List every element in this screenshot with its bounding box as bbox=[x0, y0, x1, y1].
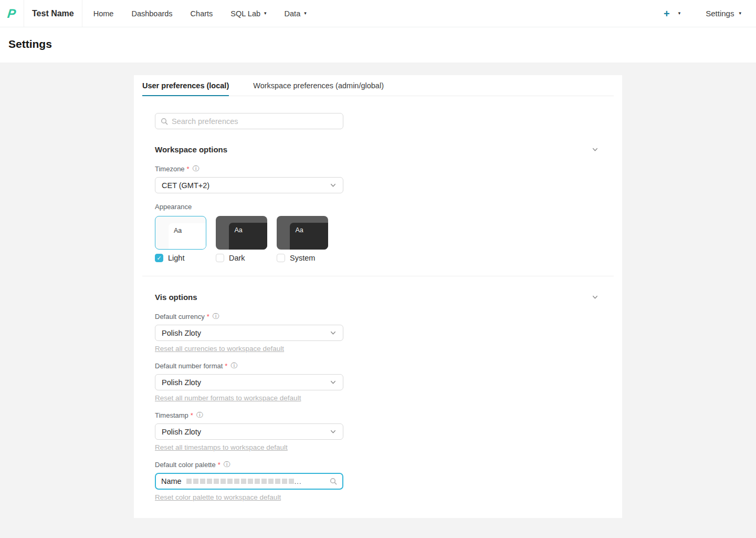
check-icon: ✓ bbox=[156, 255, 161, 261]
checkbox[interactable]: ✓ bbox=[277, 254, 285, 262]
nav-item-sql-lab[interactable]: SQL Lab ▾ bbox=[222, 0, 275, 27]
search-preferences-input[interactable]: Search preferences bbox=[155, 113, 343, 129]
palette-swatch bbox=[193, 479, 198, 484]
reset-color-palette-link[interactable]: Reset color palette to workspace default bbox=[155, 493, 281, 501]
navbar-right: + ▾ Settings ▾ bbox=[664, 0, 756, 27]
appearance-option-system: Aa ✓ System bbox=[277, 216, 328, 262]
timezone-label: Timezone * ⓘ bbox=[155, 165, 598, 173]
palette-swatch bbox=[261, 479, 267, 484]
reset-timestamps-link[interactable]: Reset all timestamps to workspace defaul… bbox=[155, 443, 288, 451]
info-icon: ⓘ bbox=[213, 313, 219, 320]
appearance-option-light: Aa ✓ Light bbox=[155, 216, 206, 262]
system-theme-checkbox-row[interactable]: ✓ System bbox=[277, 254, 328, 262]
palette-swatch bbox=[227, 479, 233, 484]
section-title: Workspace options bbox=[155, 145, 227, 154]
default-number-format-label: Default number format * ⓘ bbox=[155, 362, 598, 370]
theme-sample-text: Aa bbox=[229, 223, 267, 250]
palette-ellipsis: ... bbox=[295, 478, 302, 485]
color-palette-select[interactable]: Name ... bbox=[155, 473, 343, 490]
search-icon bbox=[161, 118, 168, 125]
collapse-chevron-icon[interactable] bbox=[592, 146, 598, 153]
settings-menu[interactable]: Settings ▾ bbox=[706, 9, 741, 18]
workspace-options-section: Search preferences Workspace options Tim… bbox=[134, 96, 622, 262]
default-currency-select[interactable]: Polish Zloty bbox=[155, 325, 343, 341]
default-color-palette-label: Default color palette * ⓘ bbox=[155, 461, 598, 469]
preferences-card: User preferences (local) Workspace prefe… bbox=[134, 75, 622, 518]
reset-number-formats-link[interactable]: Reset all number formats to workspace de… bbox=[155, 394, 301, 402]
required-asterisk: * bbox=[225, 362, 227, 370]
plus-icon: + bbox=[664, 8, 670, 19]
section-title: Vis options bbox=[155, 293, 197, 302]
palette-swatch bbox=[248, 479, 253, 484]
appearance-label: Appearance bbox=[155, 203, 598, 211]
preset-logo-icon: P bbox=[7, 7, 17, 20]
chevron-down-icon bbox=[330, 329, 337, 336]
caret-down-icon: ▾ bbox=[264, 11, 267, 16]
theme-sample-text: Aa bbox=[290, 223, 328, 250]
palette-swatch bbox=[275, 479, 280, 484]
info-icon: ⓘ bbox=[193, 165, 200, 172]
checkbox[interactable]: ✓ bbox=[155, 254, 163, 262]
checkbox[interactable]: ✓ bbox=[216, 254, 224, 262]
dark-theme-checkbox-row[interactable]: ✓ Dark bbox=[216, 254, 267, 262]
info-icon: ⓘ bbox=[224, 461, 230, 468]
timestamp-select[interactable]: Polish Zloty bbox=[155, 423, 343, 440]
required-asterisk: * bbox=[191, 411, 193, 419]
chevron-down-icon bbox=[330, 428, 337, 435]
page-title: Settings bbox=[8, 38, 748, 50]
page-header: Settings bbox=[0, 27, 756, 63]
default-currency-label: Default currency * ⓘ bbox=[155, 313, 598, 320]
caret-down-icon: ▾ bbox=[304, 11, 307, 16]
search-icon bbox=[330, 478, 337, 485]
light-theme-preview[interactable]: Aa bbox=[155, 216, 206, 250]
palette-swatch bbox=[282, 479, 287, 484]
palette-swatch bbox=[200, 479, 205, 484]
chevron-down-icon bbox=[330, 379, 337, 386]
palette-swatch bbox=[220, 479, 226, 484]
timezone-select[interactable]: CET (GMT+2) bbox=[155, 177, 343, 193]
workspace-options-header: Workspace options bbox=[155, 145, 598, 154]
palette-swatch bbox=[234, 479, 239, 484]
reset-currencies-link[interactable]: Reset all currencies to workspace defaul… bbox=[155, 345, 284, 353]
vis-options-header: Vis options bbox=[155, 293, 598, 302]
palette-swatch bbox=[207, 479, 212, 484]
preferences-tabbar: User preferences (local) Workspace prefe… bbox=[142, 75, 614, 96]
appearance-option-dark: Aa ✓ Dark bbox=[216, 216, 267, 262]
palette-swatch bbox=[255, 479, 260, 484]
search-placeholder: Search preferences bbox=[172, 117, 238, 126]
nav-item-charts[interactable]: Charts bbox=[182, 0, 222, 27]
default-number-format-select[interactable]: Polish Zloty bbox=[155, 374, 343, 390]
required-asterisk: * bbox=[187, 165, 190, 173]
main-nav: Home Dashboards Charts SQL Lab ▾ Data ▾ bbox=[85, 0, 316, 27]
new-item-menu[interactable]: + ▾ bbox=[664, 8, 680, 19]
navbar: P Test Name Home Dashboards Charts SQL L… bbox=[0, 0, 756, 27]
workspace-name[interactable]: Test Name bbox=[24, 0, 82, 27]
required-asterisk: * bbox=[207, 313, 209, 320]
required-asterisk: * bbox=[218, 461, 220, 469]
caret-down-icon: ▾ bbox=[739, 11, 741, 16]
app-logo[interactable]: P bbox=[0, 0, 24, 27]
tab-user-preferences[interactable]: User preferences (local) bbox=[142, 75, 229, 96]
caret-down-icon: ▾ bbox=[678, 11, 681, 16]
palette-swatch bbox=[214, 479, 219, 484]
info-icon: ⓘ bbox=[196, 412, 203, 419]
collapse-chevron-icon[interactable] bbox=[592, 294, 598, 301]
palette-swatch bbox=[289, 479, 294, 484]
nav-item-dashboards[interactable]: Dashboards bbox=[122, 0, 181, 27]
light-theme-checkbox-row[interactable]: ✓ Light bbox=[155, 254, 206, 262]
palette-swatch bbox=[186, 479, 192, 484]
main-area: User preferences (local) Workspace prefe… bbox=[0, 63, 756, 518]
timestamp-label: Timestamp * ⓘ bbox=[155, 411, 598, 419]
appearance-options: Aa ✓ Light Aa ✓ Dark bbox=[155, 216, 598, 262]
system-theme-preview[interactable]: Aa bbox=[277, 216, 328, 250]
palette-swatches bbox=[186, 479, 294, 484]
palette-swatch bbox=[241, 479, 246, 484]
vis-options-section: Vis options Default currency * ⓘ Polish … bbox=[134, 276, 622, 518]
palette-swatch bbox=[268, 479, 274, 484]
chevron-down-icon bbox=[330, 182, 337, 189]
nav-item-home[interactable]: Home bbox=[85, 0, 123, 27]
theme-sample-text: Aa bbox=[169, 223, 206, 249]
tab-workspace-preferences[interactable]: Workspace preferences (admin/global) bbox=[253, 75, 384, 96]
nav-item-data[interactable]: Data ▾ bbox=[276, 0, 316, 27]
dark-theme-preview[interactable]: Aa bbox=[216, 216, 267, 250]
